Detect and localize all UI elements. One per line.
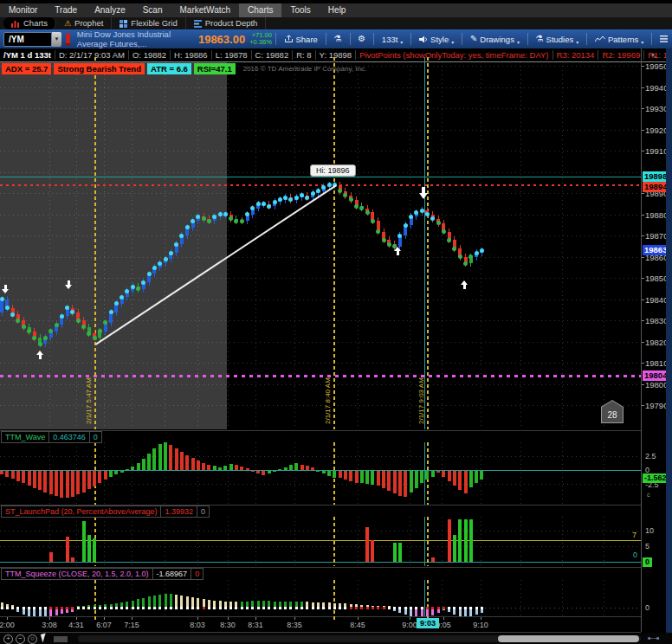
candle-dot (158, 261, 162, 266)
v-gridline (294, 580, 295, 616)
launchpad-bar (82, 521, 86, 562)
v-gridline (442, 580, 443, 616)
lp-axis-label: 5 (645, 542, 649, 551)
time-tick-label: 9:10 (473, 621, 488, 629)
wave-bar (246, 468, 249, 470)
wave-bar (377, 471, 380, 486)
lp-grid-10 (0, 531, 641, 531)
time-tick (76, 617, 77, 620)
study-header-cell[interactable]: 0 (191, 568, 204, 580)
event-vline-yellow (427, 517, 429, 566)
price-badge-19898: 19898 (643, 171, 669, 182)
squeeze-dot (235, 607, 237, 609)
wave-bar (218, 467, 222, 470)
squeeze-bar (257, 601, 260, 607)
zoom-out-button[interactable]: − (16, 634, 25, 644)
squeeze-dot (77, 607, 80, 609)
squeeze-bar (158, 595, 161, 607)
squeeze-dot (431, 607, 434, 609)
price-tick-label: 19950 (645, 61, 668, 71)
v-gridline (562, 580, 563, 616)
squeeze-dot (213, 607, 216, 609)
scrollbar-handle[interactable] (498, 635, 639, 642)
squeeze-dot (16, 607, 19, 609)
squeeze-bar (142, 598, 145, 607)
squeeze-dot (165, 607, 167, 609)
wave-bar (235, 465, 238, 470)
squeeze-dot (197, 607, 199, 609)
candle-dot (382, 238, 386, 242)
squeeze-dot (158, 607, 161, 609)
squeeze-bar (16, 609, 19, 612)
lp-axis-label: 0 (633, 551, 637, 559)
price-tick (642, 130, 644, 131)
candle-dot (256, 202, 261, 206)
arrow-head (2, 289, 9, 293)
h-gridline (0, 215, 641, 216)
squeeze-dot (180, 607, 183, 609)
h-gridline (0, 130, 641, 131)
price-tick-label: 19790 (645, 401, 668, 410)
candle-dot (169, 251, 173, 255)
squeeze-dot (33, 607, 36, 609)
h-gridline (0, 405, 641, 406)
time-tick (197, 617, 198, 620)
zoom-reset-button[interactable]: ○ (28, 634, 37, 644)
squeeze-bar (219, 601, 222, 607)
panel-expand-icon: c (647, 492, 650, 498)
mini-box (54, 636, 68, 642)
wave-bar (240, 467, 243, 470)
wave-bar (300, 465, 304, 471)
copyright-text: 2016 © TD Ameritrade IP Company, Inc. (243, 65, 366, 73)
squeeze-dot (87, 607, 90, 609)
candle-dot (376, 229, 380, 234)
candle-dot (218, 212, 223, 216)
squeeze-dot (410, 607, 412, 609)
wave-bar (316, 471, 320, 472)
v-gridline (481, 517, 481, 566)
squeeze-bar (393, 609, 396, 611)
candle-dot (311, 191, 315, 196)
study-header-cell[interactable]: 0 (89, 431, 102, 443)
event-vline-yellow (333, 517, 335, 566)
squeeze-dot (284, 607, 287, 609)
squeeze-dot (306, 607, 308, 609)
squeeze-dot (104, 607, 107, 609)
wave-bar (251, 471, 255, 472)
event-vline-yellow (333, 580, 335, 616)
signal-arrow-down (65, 280, 72, 289)
time-tick (294, 617, 295, 620)
study-header-cell[interactable]: 0.463746 (48, 431, 90, 443)
study-header-cell[interactable]: ST_LaunchPad (20, PercentAboveAverage) (1, 506, 161, 518)
v-gridline (228, 442, 229, 505)
squeeze-bar (208, 600, 210, 607)
squeeze-dot (404, 607, 407, 609)
zoom-in-button[interactable]: + (3, 634, 13, 644)
study-header-cell[interactable]: TTM_Wave (1, 431, 49, 443)
squeeze-dot (279, 607, 281, 609)
price-tick (642, 257, 644, 258)
price-tick (642, 215, 644, 216)
time-tick-label: 8:35 (287, 621, 302, 629)
launchpad-bar (66, 537, 69, 562)
v-gridline (197, 57, 198, 429)
squeeze-bar (251, 601, 254, 607)
study-header-cell[interactable]: -1.68967 (152, 568, 192, 580)
squeeze-bar (431, 609, 434, 615)
squeeze-bar (71, 609, 74, 612)
squeeze-dot (186, 607, 189, 609)
v-gridline (442, 57, 443, 429)
candle-dot (87, 332, 91, 336)
v-gridline (604, 57, 604, 429)
wave-bar (120, 471, 124, 473)
study-header-cell[interactable]: 1.39932 (160, 506, 197, 518)
study-header-cell[interactable]: TTM_Squeeze (CLOSE, 20, 1.5, 2.0, 1.0) (1, 568, 153, 580)
study-header-cell[interactable]: 0 (197, 506, 210, 518)
candle-dot (365, 210, 370, 215)
v-gridline (197, 442, 198, 505)
current-time-line (424, 517, 425, 566)
wave-bar (55, 471, 58, 496)
price-tick-label: 19940 (645, 83, 668, 93)
candle-dot (109, 310, 113, 314)
wave-bar (262, 471, 265, 475)
